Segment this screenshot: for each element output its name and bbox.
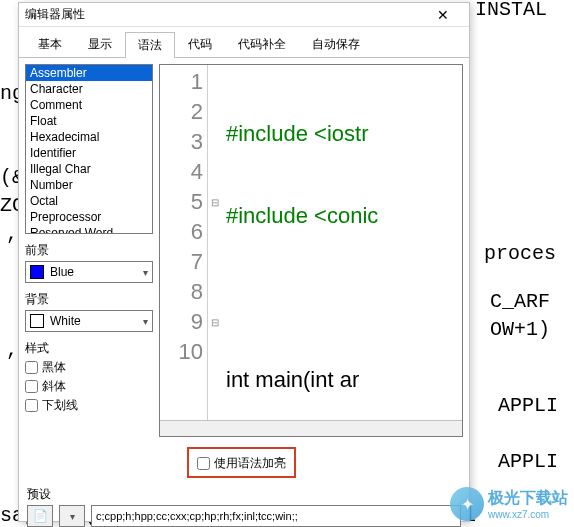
bg-text: INSTAL [475,0,547,21]
tab-basic[interactable]: 基本 [25,31,75,57]
foreground-label: 前景 [25,242,153,259]
underline-checkbox[interactable] [25,399,38,412]
bg-text: C_ARF [490,290,550,313]
list-item[interactable]: Float [26,113,152,129]
dialog-title: 编辑器属性 [25,6,423,23]
chevron-down-icon: ▾ [70,511,75,522]
titlebar[interactable]: 编辑器属性 ✕ [19,3,469,27]
background-label: 背景 [25,291,153,308]
tab-completion[interactable]: 代码补全 [225,31,299,57]
syntax-highlight-container: 使用语法加亮 [187,447,296,478]
list-item[interactable]: Reserved Word [26,225,152,234]
watermark-url: www.xz7.com [488,509,568,520]
token-type-list[interactable]: Assembler Character Comment Float Hexade… [25,64,153,234]
preview-panel: 12345678910 ⊟⊟ #include <iostr #include … [159,58,469,443]
background-color-select[interactable]: White ▾ [25,310,153,332]
color-name: White [50,314,81,328]
watermark-logo-icon: ✦ [450,487,484,521]
preset-dropdown-button[interactable]: ▾ [59,505,85,527]
close-button[interactable]: ✕ [423,4,463,26]
chevron-down-icon: ▾ [143,316,148,327]
foreground-color-select[interactable]: Blue ▾ [25,261,153,283]
preset-label: 预设 [27,486,51,503]
color-swatch [30,265,44,279]
color-name: Blue [50,265,74,279]
list-item[interactable]: Illegal Char [26,161,152,177]
style-label: 样式 [25,340,153,357]
watermark: ✦ 极光下载站 www.xz7.com [450,487,568,521]
syntax-highlight-label: 使用语法加亮 [214,455,286,472]
list-item[interactable]: Comment [26,97,152,113]
tab-code[interactable]: 代码 [175,31,225,57]
list-item[interactable]: Hexadecimal [26,129,152,145]
watermark-name: 极光下载站 [488,488,568,509]
left-panel: Assembler Character Comment Float Hexade… [19,58,159,443]
folder-icon: 📄 [33,509,48,523]
color-swatch [30,314,44,328]
underline-label: 下划线 [42,397,78,414]
italic-checkbox[interactable] [25,380,38,393]
bg-text: APPLI [498,394,558,417]
horizontal-scrollbar[interactable] [160,420,462,436]
syntax-highlight-checkbox[interactable] [197,457,210,470]
bg-text: APPLI [498,450,558,473]
preset-open-button[interactable]: 📄 [27,505,53,527]
tab-display[interactable]: 显示 [75,31,125,57]
italic-label: 斜体 [42,378,66,395]
bg-text: , [6,222,18,245]
list-item[interactable]: Number [26,177,152,193]
bold-checkbox[interactable] [25,361,38,374]
tab-syntax[interactable]: 语法 [125,32,175,58]
chevron-down-icon: ▾ [143,267,148,278]
bold-label: 黑体 [42,359,66,376]
code-preview: 12345678910 ⊟⊟ #include <iostr #include … [159,64,463,437]
code-content[interactable]: #include <iostr #include <conic int main… [222,65,462,420]
preset-extensions-input[interactable] [91,505,461,527]
line-number-gutter: 12345678910 [160,65,208,420]
list-item[interactable]: Octal [26,193,152,209]
editor-properties-dialog: 编辑器属性 ✕ 基本 显示 语法 代码 代码补全 自动保存 Assembler … [18,2,470,522]
bg-text: OW+1) [490,318,550,341]
tab-autosave[interactable]: 自动保存 [299,31,373,57]
tab-bar: 基本 显示 语法 代码 代码补全 自动保存 [19,27,469,58]
list-item[interactable]: Identifier [26,145,152,161]
list-item[interactable]: Assembler [26,65,152,81]
list-item[interactable]: Character [26,81,152,97]
bg-text: proces [484,242,556,265]
fold-gutter: ⊟⊟ [208,65,222,420]
bg-text: , [6,338,18,361]
list-item[interactable]: Preprocessor [26,209,152,225]
